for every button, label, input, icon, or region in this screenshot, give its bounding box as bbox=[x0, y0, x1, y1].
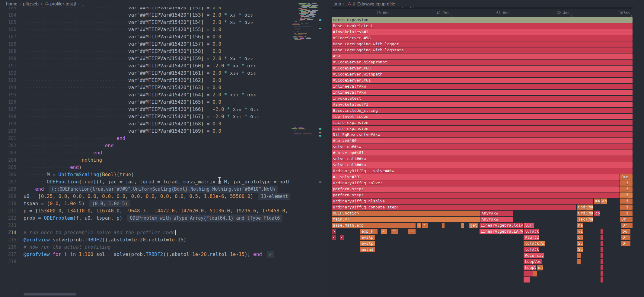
line-number[interactable]: 184 bbox=[0, 11, 24, 19]
breadcrumb-item[interactable]: profiler-test.jl bbox=[50, 1, 76, 6]
line-number[interactable]: 211 bbox=[0, 207, 24, 215]
code-line[interactable]: 205················end) bbox=[0, 164, 290, 171]
flame-node[interactable]: Or bbox=[621, 223, 633, 228]
flame-node[interactable]: + bbox=[461, 223, 464, 228]
flame-node[interactable]: inlineeval##kw bbox=[332, 90, 633, 95]
line-number[interactable]: 204 bbox=[0, 157, 24, 164]
code-line[interactable]: 187····································v… bbox=[0, 33, 290, 40]
line-number[interactable]: 202 bbox=[0, 142, 24, 149]
flame-node[interactable] bbox=[524, 271, 533, 276]
code-line[interactable]: 188····································v… bbox=[0, 40, 290, 48]
flame-node[interactable] bbox=[601, 229, 603, 234]
line-number[interactable]: 194 bbox=[0, 84, 24, 91]
flame-node[interactable]: #lu!#2 bbox=[524, 235, 539, 240]
flame-node[interactable]: lu!##kw bbox=[524, 229, 539, 234]
flame-node[interactable]: DiffEqBase.solve##kw bbox=[332, 132, 633, 137]
code-line[interactable]: 202····························end bbox=[0, 142, 290, 149]
line-number[interactable]: 199 bbox=[0, 120, 24, 128]
flame-node[interactable]: evalp bbox=[360, 241, 375, 246]
flame-node[interactable]: evalp bbox=[360, 235, 375, 240]
flame-node[interactable]: inlineeval##kw bbox=[332, 84, 633, 89]
flame-node[interactable]: LoopV bbox=[524, 265, 536, 270]
flame-node[interactable]: vi bbox=[577, 229, 583, 234]
flame-node[interactable]: OrdinaryDiffEq.nlsolve! bbox=[332, 199, 593, 204]
flame-node[interactable]: Or bbox=[621, 241, 630, 246]
flame-node[interactable]: VSCodeServer.#58 bbox=[332, 35, 633, 41]
inline-result[interactable]: (0.0, 1.0e-5) bbox=[89, 200, 130, 207]
flame-node[interactable]: < bbox=[340, 235, 344, 240]
flame-node[interactable]: ma bbox=[587, 205, 593, 210]
flame-node[interactable] bbox=[524, 277, 530, 282]
flame-node[interactable]: Any##kw bbox=[480, 217, 514, 222]
flame-node[interactable]: Recursive bbox=[524, 253, 544, 258]
flame-node[interactable] bbox=[533, 271, 537, 276]
line-number[interactable]: 188 bbox=[0, 40, 24, 48]
flame-node[interactable]: get: bbox=[469, 223, 478, 228]
flame-node[interactable]: macro expansion bbox=[332, 126, 633, 131]
inline-result[interactable]: 13-element bbox=[258, 193, 290, 200]
flame-node[interactable]: #__solve#391 bbox=[332, 174, 620, 180]
code-line[interactable]: 190····································v… bbox=[0, 55, 290, 62]
code-line[interactable]: 197····································v… bbox=[0, 106, 290, 113]
line-number[interactable]: 189 bbox=[0, 48, 24, 55]
flame-node[interactable]: Or bbox=[620, 217, 633, 222]
code-line[interactable]: 217@profview for i in 1:100 sol = solve(… bbox=[0, 251, 290, 258]
flame-node[interactable]: > bbox=[332, 229, 336, 234]
line-number[interactable]: 214 bbox=[0, 229, 24, 236]
line-number[interactable]: 192 bbox=[0, 69, 24, 77]
flame-node[interactable]: LinearAlgebra.LAPA( bbox=[480, 229, 523, 234]
flame-node[interactable]: macro expansion bbox=[332, 17, 633, 23]
code-line[interactable]: 201································end bbox=[0, 135, 290, 142]
flame-node[interactable]: invokelatest bbox=[332, 96, 633, 101]
line-number[interactable]: 200 bbox=[0, 128, 24, 135]
line-number[interactable]: 187 bbox=[0, 33, 24, 40]
line-number[interactable]: 216 bbox=[0, 244, 24, 251]
flame-node[interactable]: __i bbox=[620, 199, 633, 204]
flame-node[interactable]: solve_call##kw bbox=[332, 156, 633, 162]
code-line[interactable]: 185····································v… bbox=[0, 19, 290, 26]
breadcrumb-item[interactable]: jl_Edawwg.cpuprofile bbox=[353, 1, 395, 6]
line-number[interactable]: 186 bbox=[0, 26, 24, 33]
flame-node[interactable]: solve_call##kw bbox=[332, 162, 633, 168]
breadcrumb-item[interactable]: home bbox=[6, 1, 18, 6]
line-number[interactable]: 197 bbox=[0, 106, 24, 113]
code-line[interactable]: 198····································v… bbox=[0, 113, 290, 120]
flame-node[interactable]: ma bbox=[587, 211, 593, 216]
flame-node[interactable]: #59 bbox=[332, 53, 633, 59]
flame-node[interactable] bbox=[601, 241, 603, 246]
line-number[interactable]: 205 bbox=[0, 164, 24, 171]
code-line[interactable]: 186····································v… bbox=[0, 26, 290, 33]
flame-node[interactable] bbox=[577, 259, 581, 264]
code-line[interactable]: 209u0 = [0.25, 0.0, 0.0, 0.0, 0.0, 0.0, … bbox=[0, 193, 290, 200]
flame-node[interactable] bbox=[601, 271, 603, 276]
flame-node[interactable]: VSCodeServer.withpath bbox=[332, 72, 633, 77]
code-line[interactable]: 193····································v… bbox=[0, 77, 290, 84]
flame-node[interactable]: * bbox=[391, 229, 398, 234]
code-line[interactable]: 214# run once to precompile solve and th… bbox=[0, 229, 290, 236]
flame-node[interactable]: #solve_up#461 bbox=[332, 150, 633, 156]
flame-node[interactable]: ma bbox=[594, 199, 601, 204]
code-line[interactable]: 211p = [153400.0, 134110.0, 116740.0, -9… bbox=[0, 207, 290, 215]
flame-node[interactable]: un bbox=[577, 235, 583, 240]
flame-node[interactable]: __i bbox=[620, 186, 633, 192]
line-number[interactable]: 209 bbox=[0, 193, 24, 200]
flame-node[interactable]: Base.Math.exp bbox=[332, 223, 416, 228]
code-editor[interactable]: 183····································v… bbox=[0, 0, 290, 297]
line-number[interactable]: 191 bbox=[0, 62, 24, 69]
flame-node[interactable]: Su bbox=[577, 247, 583, 252]
line-number[interactable]: 198 bbox=[0, 113, 24, 120]
breadcrumb-item[interactable]: pfitzseb bbox=[23, 1, 39, 6]
flame-node[interactable]: #invokelatest#1 bbox=[332, 29, 633, 35]
flame-node[interactable]: ma bbox=[537, 265, 543, 270]
flame-node[interactable]: Any##kw bbox=[480, 211, 514, 216]
flame-node[interactable]: Or bbox=[621, 235, 630, 240]
code-line[interactable]: 194····································v… bbox=[0, 84, 290, 91]
flame-node[interactable]: An bbox=[601, 199, 607, 204]
code-line[interactable]: 207········ODEFunction{true}(f, jac = ja… bbox=[0, 178, 290, 186]
flame-node[interactable]: mulad bbox=[360, 247, 375, 252]
flame-node[interactable]: VSCodeServer.#61 bbox=[332, 78, 633, 83]
flame-node[interactable]: #invokelatest#1 bbox=[332, 102, 633, 107]
code-line[interactable]: 215@profview solve(prob,TRBDF2(),abstol=… bbox=[0, 236, 290, 244]
flame-node[interactable]: Ord: bbox=[577, 211, 587, 216]
flame-node[interactable] bbox=[601, 277, 603, 282]
